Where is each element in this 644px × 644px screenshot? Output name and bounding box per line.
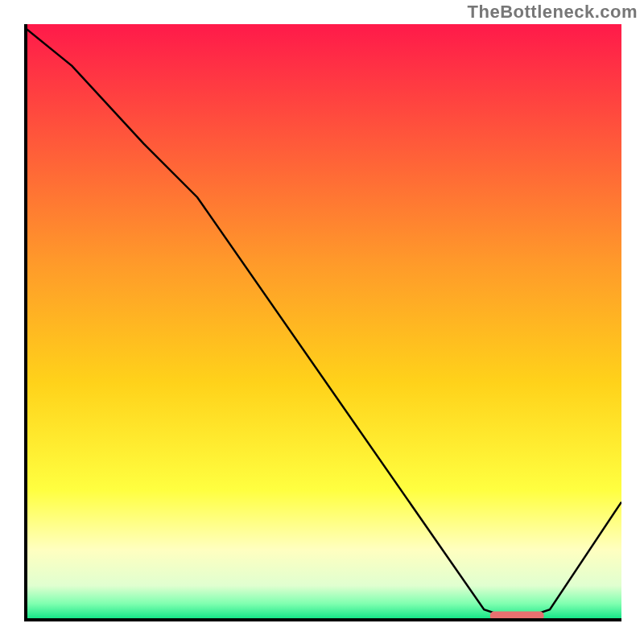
plot-area	[24, 24, 621, 621]
chart-svg	[24, 24, 621, 621]
gradient-background	[24, 24, 621, 621]
chart-container: TheBottleneck.com	[0, 0, 644, 644]
watermark-text: TheBottleneck.com	[468, 2, 638, 23]
optimal-range-marker	[490, 612, 544, 621]
